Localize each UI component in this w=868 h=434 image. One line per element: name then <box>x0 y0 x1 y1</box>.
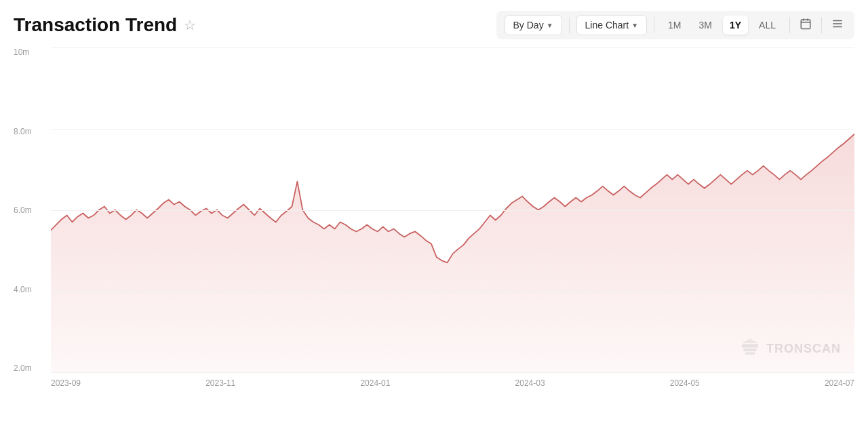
title-area: Transaction Trend ☆ <box>14 14 196 36</box>
period-1m[interactable]: 1M <box>661 16 688 35</box>
x-label-mar24: 2024-03 <box>515 378 545 388</box>
chevron-down-icon: ▼ <box>547 22 553 29</box>
chart-body <box>51 47 854 373</box>
tronscan-logo-icon <box>739 338 761 359</box>
menu-icon[interactable] <box>829 15 846 35</box>
period-1y[interactable]: 1Y <box>723 16 748 35</box>
divider-3 <box>789 17 790 33</box>
svg-rect-0 <box>801 20 810 29</box>
y-label-10m: 10m <box>14 47 29 57</box>
star-icon[interactable]: ☆ <box>184 17 196 33</box>
y-label-8m: 8.0m <box>14 127 32 136</box>
page-container: Transaction Trend ☆ By Day ▼ Line Chart … <box>0 0 868 434</box>
header: Transaction Trend ☆ By Day ▼ Line Chart … <box>14 11 854 39</box>
grid-line-2 <box>51 210 854 211</box>
divider-1 <box>569 17 570 33</box>
controls-bar: By Day ▼ Line Chart ▼ 1M 3M 1Y ALL <box>496 11 854 39</box>
svg-marker-10 <box>742 339 758 343</box>
x-label-sep23: 2023-09 <box>51 378 81 388</box>
chart-area: 10m 8.0m 6.0m 4.0m 2.0m <box>14 47 854 393</box>
divider-4 <box>821 17 822 33</box>
watermark: TRONSCAN <box>739 338 841 359</box>
divider-2 <box>654 17 654 33</box>
x-label-nov23: 2023-11 <box>205 378 235 388</box>
charttype-dropdown[interactable]: Line Chart ▼ <box>576 15 648 35</box>
y-label-4m: 4.0m <box>14 285 32 294</box>
x-label-may24: 2024-05 <box>670 378 700 388</box>
period-3m[interactable]: 3M <box>692 16 719 35</box>
period-all[interactable]: ALL <box>752 16 783 35</box>
x-axis-labels: 2023-09 2023-11 2024-01 2024-03 2024-05 … <box>51 373 854 393</box>
y-axis-labels: 10m 8.0m 6.0m 4.0m 2.0m <box>14 47 51 373</box>
x-label-jan24: 2024-01 <box>360 378 390 388</box>
grid-line-3 <box>51 291 854 292</box>
chevron-down-icon-2: ▼ <box>631 22 638 29</box>
y-label-6m: 6.0m <box>14 205 32 215</box>
svg-rect-9 <box>745 353 755 355</box>
calendar-icon[interactable] <box>797 15 814 35</box>
groupby-dropdown[interactable]: By Day ▼ <box>505 15 562 35</box>
y-label-2m: 2.0m <box>14 363 32 373</box>
grid-line-1 <box>51 129 854 130</box>
watermark-text: TRONSCAN <box>766 342 841 356</box>
x-label-jul24: 2024-07 <box>825 378 854 388</box>
svg-rect-8 <box>743 349 756 351</box>
grid-line-top <box>51 47 854 48</box>
page-title: Transaction Trend <box>14 14 177 36</box>
svg-rect-7 <box>742 344 758 348</box>
